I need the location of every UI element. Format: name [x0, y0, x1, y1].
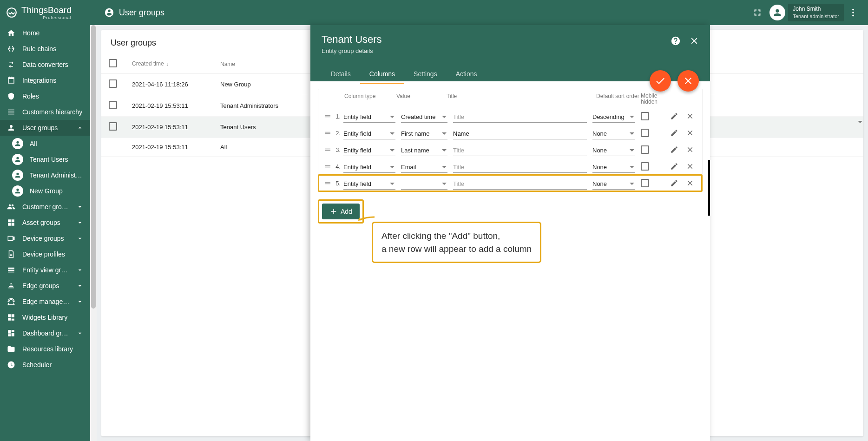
column-type-select[interactable]: Entity field — [343, 112, 395, 123]
sidebar-item-customers-hierarchy[interactable]: Customers hierarchy — [0, 104, 90, 120]
column-value-select[interactable]: First name — [401, 128, 447, 139]
sort-order-select[interactable]: None — [592, 128, 635, 139]
column-row: 1.Entity fieldCreated timeDescending — [318, 108, 702, 125]
brand-name: ThingsBoard — [21, 6, 72, 14]
mobile-hidden-checkbox[interactable] — [641, 129, 649, 137]
customers-icon — [7, 203, 16, 211]
row-checkbox[interactable] — [109, 101, 117, 109]
sort-order-select[interactable]: None — [592, 145, 635, 156]
folder-icon — [7, 345, 16, 353]
add-column-button[interactable]: Add — [322, 204, 360, 219]
sidebar-item-user-groups[interactable]: User groups — [0, 120, 90, 136]
column-row: 2.Entity fieldFirst nameNone — [318, 125, 702, 141]
user-badge[interactable]: John Smith Tenant administrator — [788, 4, 844, 21]
sidebar-item-widgets-library[interactable]: Widgets Library — [0, 309, 90, 325]
delete-row-button[interactable] — [684, 177, 697, 190]
columns-editor: Column type Value Title Default sort ord… — [318, 89, 703, 192]
close-drawer-button[interactable] — [686, 33, 703, 49]
edit-row-button[interactable] — [668, 160, 681, 173]
sidebar-item-rule-chains[interactable]: Rule chains — [0, 41, 90, 57]
sidebar-subitem-all[interactable]: All — [0, 136, 90, 151]
column-value-select[interactable]: Last name — [401, 145, 447, 156]
row-number: 5. — [332, 180, 343, 187]
more-button[interactable] — [844, 3, 862, 22]
svg-point-2 — [852, 12, 854, 13]
chevron-down-icon — [76, 219, 84, 226]
mobile-hidden-checkbox[interactable] — [641, 145, 649, 154]
edit-row-button[interactable] — [668, 177, 681, 190]
sort-order-select[interactable]: None — [592, 162, 635, 173]
drag-handle-icon[interactable] — [323, 162, 332, 171]
edit-row-button[interactable] — [668, 110, 681, 123]
sidebar-item-device-profiles[interactable]: Device profiles — [0, 246, 90, 262]
sidebar-subitem-tenant-users[interactable]: Tenant Users — [0, 151, 90, 167]
row-checkbox[interactable] — [109, 122, 117, 131]
user-avatar[interactable] — [769, 5, 785, 20]
column-value-select[interactable]: Email — [401, 162, 447, 173]
sidebar-item-scheduler[interactable]: Scheduler — [0, 357, 90, 373]
column-title-input[interactable] — [453, 128, 587, 139]
sidebar-item-integrations[interactable]: Integrations — [0, 72, 90, 88]
fullscreen-button[interactable] — [748, 3, 767, 22]
drag-handle-icon[interactable] — [323, 179, 332, 187]
drawer-scrollbar[interactable] — [708, 160, 710, 216]
sidebar-item-edge-management[interactable]: Edge management — [0, 294, 90, 309]
column-type-select[interactable]: Entity field — [343, 145, 395, 156]
column-row: 5.Entity fieldNone — [318, 175, 702, 191]
sidebar-subitem-new-group[interactable]: New Group — [0, 183, 90, 199]
mobile-hidden-checkbox[interactable] — [641, 162, 649, 171]
roles-icon — [7, 92, 16, 100]
logo[interactable]: ThingsBoard Professional — [6, 6, 90, 20]
mobile-hidden-checkbox[interactable] — [641, 179, 649, 187]
sidebar-item-entity-view-groups[interactable]: Entity view groups — [0, 262, 90, 278]
column-row: 4.Entity fieldEmailNone — [318, 158, 702, 175]
chevron-down-icon — [76, 203, 84, 211]
select-all-checkbox[interactable] — [109, 59, 117, 67]
tab-settings[interactable]: Settings — [404, 66, 447, 84]
help-button[interactable] — [667, 33, 684, 49]
sidebar-item-roles[interactable]: Roles — [0, 88, 90, 104]
drag-handle-icon[interactable] — [323, 129, 332, 137]
column-type-select[interactable]: Entity field — [343, 178, 395, 190]
sidebar-item-resources-library[interactable]: Resources library — [0, 341, 90, 357]
tab-actions[interactable]: Actions — [447, 66, 487, 84]
sidebar-item-data-converters[interactable]: Data converters — [0, 57, 90, 72]
delete-row-button[interactable] — [684, 126, 697, 139]
sidebar-item-dashboard-groups[interactable]: Dashboard groups — [0, 325, 90, 341]
column-title-input[interactable] — [453, 112, 587, 123]
sidebar-item-edge-groups[interactable]: Edge groups — [0, 278, 90, 294]
column-title-input[interactable] — [453, 145, 587, 156]
tab-details[interactable]: Details — [322, 66, 360, 84]
sidebar-subitem-tenant-administrators[interactable]: Tenant Administrators — [0, 167, 90, 183]
delete-row-button[interactable] — [684, 143, 697, 156]
cancel-button[interactable] — [677, 70, 699, 92]
column-type-select[interactable]: Entity field — [343, 162, 395, 173]
col-created[interactable]: Created time↓ — [125, 54, 213, 74]
sidebar-item-customer-groups[interactable]: Customer groups — [0, 199, 90, 215]
svg-point-3 — [852, 15, 854, 17]
tab-columns[interactable]: Columns — [360, 66, 404, 84]
column-title-input[interactable] — [453, 162, 587, 173]
column-value-select[interactable]: Created time — [401, 112, 447, 123]
column-type-select[interactable]: Entity field — [343, 128, 395, 139]
column-value-select[interactable] — [401, 178, 447, 190]
row-checkbox[interactable] — [109, 79, 117, 88]
drag-handle-icon[interactable] — [323, 145, 332, 154]
apply-button[interactable] — [650, 70, 671, 92]
user-circle-icon — [104, 7, 114, 18]
mobile-hidden-checkbox[interactable] — [641, 112, 649, 120]
delete-row-button[interactable] — [684, 110, 697, 123]
drag-handle-icon[interactable] — [323, 112, 332, 120]
sort-order-select[interactable]: None — [592, 178, 635, 190]
edit-row-button[interactable] — [668, 143, 681, 156]
edit-row-button[interactable] — [668, 126, 681, 139]
columns-header-row: Column type Value Title Default sort ord… — [318, 89, 702, 108]
delete-row-button[interactable] — [684, 160, 697, 173]
column-title-input[interactable] — [453, 178, 587, 190]
tutorial-callout: After clicking the "Add" button, a new r… — [372, 222, 541, 263]
sidebar-item-home[interactable]: Home — [0, 25, 90, 41]
sort-order-select[interactable]: Descending — [592, 112, 635, 123]
sidebar-item-asset-groups[interactable]: Asset groups — [0, 215, 90, 230]
sidebar-item-device-groups[interactable]: Device groups — [0, 230, 90, 246]
sidebar-scrollbar[interactable] — [90, 25, 97, 441]
